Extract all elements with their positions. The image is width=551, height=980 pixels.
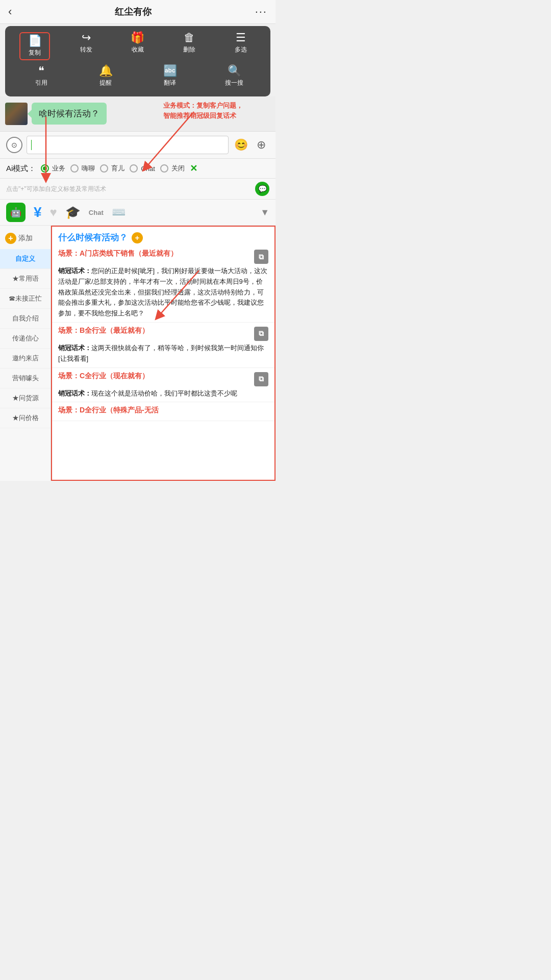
toolbar-money-icon[interactable]: ¥ (34, 204, 42, 220)
menu-collect-label: 收藏 (132, 45, 144, 54)
sidebar-item-confidence[interactable]: 传递信心 (0, 329, 51, 349)
content-panel: 什么时候有活动？ + 场景：A门店类线下销售（最近就有） ⧉ 销冠话术：您问的正… (51, 226, 276, 481)
scene-b-content-label: 销冠话术： (58, 344, 91, 352)
input-area: ⊙ 😊 ⊕ (0, 131, 276, 159)
scene-b: 场景：B全行业（最近就有） ⧉ 销冠话术：这两天很快就会有了，稍等等哈，到时候我… (52, 323, 274, 368)
annotation-text: 业务模式：复制客户问题，智能推荐销冠级回复话术 (163, 101, 270, 120)
chat-bubble: 啥时候有活动？ (32, 103, 107, 125)
main-content: + 添加 自定义 ★常用语 ☎未接正忙 自我介绍 传递信心 邀约来店 营销噱头 … (0, 226, 276, 481)
quote-icon: ❝ (38, 65, 44, 77)
chat-icon[interactable]: 💬 (255, 182, 269, 196)
toolbar-heart-icon[interactable]: ♥ (50, 205, 57, 219)
sidebar-item-common[interactable]: ★常用语 (0, 269, 51, 289)
ai-mode-row: Ai模式： 业务 嗨聊 育儿 Chat 关闭 ✕ (0, 159, 276, 179)
page-title: 红尘有你 (115, 6, 152, 18)
scene-a-title-text: 场景：A门店类线下销售（最近就有） (58, 249, 251, 259)
toolbar-arrow[interactable]: ▼ (260, 207, 269, 218)
multiselect-icon: ☰ (236, 32, 246, 43)
menu-forward[interactable]: ↪ 转发 (71, 32, 102, 60)
menu-copy-label: 复制 (29, 48, 41, 57)
more-button[interactable]: ··· (255, 5, 267, 18)
scene-a-copy-button[interactable]: ⧉ (254, 250, 268, 264)
bot-icon: 🤖 (10, 207, 21, 218)
scene-c-title: 场景：C全行业（现在就有） ⧉ (58, 371, 268, 386)
scene-c-content-label: 销冠话术： (58, 389, 91, 397)
menu-collect[interactable]: 🎁 收藏 (122, 32, 153, 60)
sidebar-item-source[interactable]: ★问货源 (0, 388, 51, 408)
menu-delete[interactable]: 🗑 删除 (174, 32, 205, 60)
plus-button[interactable]: ⊕ (253, 137, 269, 153)
scene-b-title-text: 场景：B全行业（最近就有） (58, 326, 251, 336)
back-button[interactable]: ‹ (8, 5, 12, 18)
scene-c: 场景：C全行业（现在就有） ⧉ 销冠话术：现在这个就是活动价哈，我们平时都比这贵… (52, 368, 274, 403)
menu-translate[interactable]: 🔤 翻译 (155, 65, 185, 87)
collect-icon: 🎁 (131, 32, 144, 43)
scene-a-title: 场景：A门店类线下销售（最近就有） ⧉ (58, 249, 268, 264)
menu-quote[interactable]: ❝ 引用 (26, 65, 57, 87)
sidebar-add-button[interactable]: + 添加 (0, 228, 51, 249)
ai-mode-business-label: 业务 (52, 164, 65, 173)
bubble-text: 啥时候有活动？ (39, 109, 99, 118)
sidebar: + 添加 自定义 ★常用语 ☎未接正忙 自我介绍 传递信心 邀约来店 营销噱头 … (0, 226, 51, 481)
scene-b-content: 销冠话术：这两天很快就会有了，稍等等哈，到时候我第一时间通知你[让我看看] (58, 343, 268, 364)
hint-text: 点击"+"可添加自定义标签及常用话术 (6, 185, 106, 193)
context-menu-row2: ❝ 引用 🔔 提醒 🔤 翻译 🔍 搜一搜 (9, 65, 266, 87)
voice-button[interactable]: ⊙ (6, 137, 22, 153)
sidebar-item-intro[interactable]: 自我介绍 (0, 309, 51, 329)
context-menu-row1: 📄 复制 ↪ 转发 🎁 收藏 🗑 删除 ☰ 多选 (9, 32, 266, 60)
hint-row: 点击"+"可添加自定义标签及常用话术 💬 (0, 179, 276, 200)
add-label: 添加 (18, 234, 33, 243)
ai-mode-option-chatgpt[interactable]: Chat (130, 164, 155, 173)
scene-b-copy-button[interactable]: ⧉ (254, 327, 268, 341)
scene-d-title: 场景：D全行业（特殊产品-无活 (58, 405, 268, 415)
ai-mode-option-business[interactable]: 业务 (41, 164, 65, 173)
menu-search-label: 搜一搜 (225, 79, 243, 87)
menu-forward-label: 转发 (80, 45, 92, 54)
ai-mode-close[interactable]: ✕ (190, 163, 197, 174)
copy-menu-icon: 📄 (28, 35, 42, 46)
menu-remind[interactable]: 🔔 提醒 (90, 65, 121, 87)
header: ‹ 红尘有你 ··· (0, 0, 276, 24)
emoji-button[interactable]: 😊 (233, 137, 249, 153)
sidebar-item-price[interactable]: ★问价格 (0, 408, 51, 428)
toolbar-chat-text-icon[interactable]: Chat (89, 209, 104, 216)
menu-multiselect-label: 多选 (235, 45, 247, 54)
ai-mode-option-parenting[interactable]: 育儿 (100, 164, 124, 173)
sidebar-item-busy[interactable]: ☎未接正忙 (0, 289, 51, 309)
ai-mode-option-off[interactable]: 关闭 (160, 164, 185, 173)
sidebar-item-invite[interactable]: 邀约来店 (0, 349, 51, 369)
add-icon: + (5, 233, 16, 244)
toolbar-keyboard-icon[interactable]: ⌨️ (112, 206, 126, 219)
translate-icon: 🔤 (163, 65, 177, 77)
search-menu-icon: 🔍 (228, 65, 241, 77)
ai-mode-option-chat[interactable]: 嗨聊 (70, 164, 95, 173)
ai-mode-label: Ai模式： (6, 164, 36, 174)
scene-b-title: 场景：B全行业（最近就有） ⧉ (58, 326, 268, 341)
ai-mode-off-label: 关闭 (171, 164, 185, 173)
delete-icon: 🗑 (184, 32, 195, 43)
scene-c-copy-button[interactable]: ⧉ (254, 372, 268, 386)
context-menu: 📄 复制 ↪ 转发 🎁 收藏 🗑 删除 ☰ 多选 ❝ 引用 🔔 提醒 � (5, 26, 270, 96)
ai-mode-chat-label: 嗨聊 (82, 164, 95, 173)
scene-c-content: 销冠话术：现在这个就是活动价哈，我们平时都比这贵不少呢 (58, 388, 268, 399)
radio-parenting[interactable] (100, 164, 108, 173)
radio-business[interactable] (41, 164, 49, 173)
ai-mode-chatgpt-label: Chat (141, 165, 155, 173)
menu-search[interactable]: 🔍 搜一搜 (219, 65, 249, 87)
radio-off[interactable] (160, 164, 168, 173)
toolbar-bot-icon[interactable]: 🤖 (6, 203, 26, 222)
sidebar-item-custom[interactable]: 自定义 (0, 249, 51, 269)
radio-chat[interactable] (70, 164, 79, 173)
toolbar-hat-icon[interactable]: 🎓 (65, 205, 81, 219)
radio-chatgpt[interactable] (130, 164, 138, 173)
scene-a-content: 销冠话术：您问的正是时候[呲牙]，我们刚好最近要做一场大活动，这次活动是厂家/总… (58, 266, 268, 319)
scene-d-title-text: 场景：D全行业（特殊产品-无活 (58, 405, 268, 415)
text-input[interactable] (27, 136, 229, 154)
menu-translate-label: 翻译 (164, 79, 176, 87)
sidebar-item-marketing[interactable]: 营销噱头 (0, 369, 51, 388)
ai-mode-parenting-label: 育儿 (111, 164, 124, 173)
content-add-button[interactable]: + (132, 232, 143, 243)
menu-copy[interactable]: 📄 复制 (19, 32, 50, 60)
forward-icon: ↪ (82, 32, 91, 43)
menu-multiselect[interactable]: ☰ 多选 (226, 32, 256, 60)
